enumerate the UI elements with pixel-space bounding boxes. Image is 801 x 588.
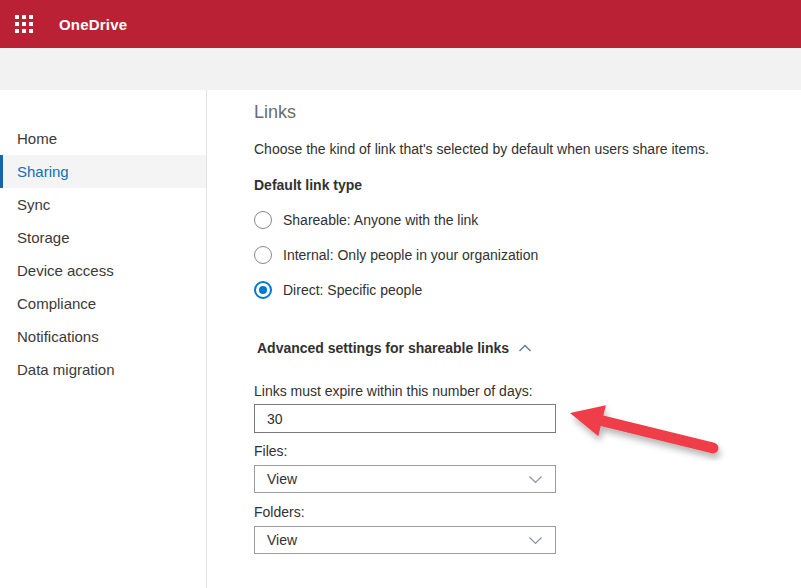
links-description: Choose the kind of link that's selected … [254,140,734,159]
default-link-type-label: Default link type [254,176,734,195]
radio-option-internal[interactable]: Internal: Only people in your organizati… [254,245,734,265]
advanced-settings-title: Advanced settings for shareable links [257,340,509,356]
sidebar-item-data-migration[interactable]: Data migration [0,353,206,386]
sidebar-item-compliance[interactable]: Compliance [0,287,206,320]
radio-icon [254,246,272,264]
radio-option-shareable[interactable]: Shareable: Anyone with the link [254,210,734,230]
sidebar-item-home[interactable]: Home [0,122,206,155]
advanced-settings-toggle[interactable]: Advanced settings for shareable links [254,338,734,358]
files-dropdown[interactable]: View [254,465,556,493]
folders-dropdown-value: View [267,532,297,548]
chevron-down-icon [528,536,543,545]
radio-icon [254,211,272,229]
expire-days-input[interactable] [254,404,556,433]
folders-dropdown[interactable]: View [254,526,556,554]
files-label: Files: [254,442,734,461]
radio-option-direct[interactable]: Direct: Specific people [254,280,734,300]
sidebar-item-device-access[interactable]: Device access [0,254,206,287]
app-title: OneDrive [59,16,127,33]
files-dropdown-value: View [267,471,297,487]
page-title: Links [254,102,734,122]
radio-option-label: Internal: Only people in your organizati… [283,247,538,263]
folders-label: Folders: [254,503,734,522]
app-header: OneDrive [0,0,801,48]
sidebar-item-sync[interactable]: Sync [0,188,206,221]
header-band [0,48,801,90]
sidebar: Home Sharing Sync Storage Device access … [0,90,207,588]
expire-days-label: Links must expire within this number of … [254,382,734,401]
chevron-up-icon [518,344,532,353]
radio-selected-icon [254,281,272,299]
sidebar-item-sharing[interactable]: Sharing [0,155,206,188]
onedrive-admin-window: OneDrive Home Sharing Sync Storage Devic… [0,0,801,588]
chevron-down-icon [528,475,543,484]
radio-option-label: Direct: Specific people [283,282,422,298]
sharing-settings-panel: Links Choose the kind of link that's sel… [254,102,734,554]
default-link-type-radiogroup: Shareable: Anyone with the link Internal… [254,210,734,300]
sidebar-item-storage[interactable]: Storage [0,221,206,254]
sidebar-item-notifications[interactable]: Notifications [0,320,206,353]
radio-option-label: Shareable: Anyone with the link [283,212,478,228]
app-launcher-icon[interactable] [13,13,35,35]
